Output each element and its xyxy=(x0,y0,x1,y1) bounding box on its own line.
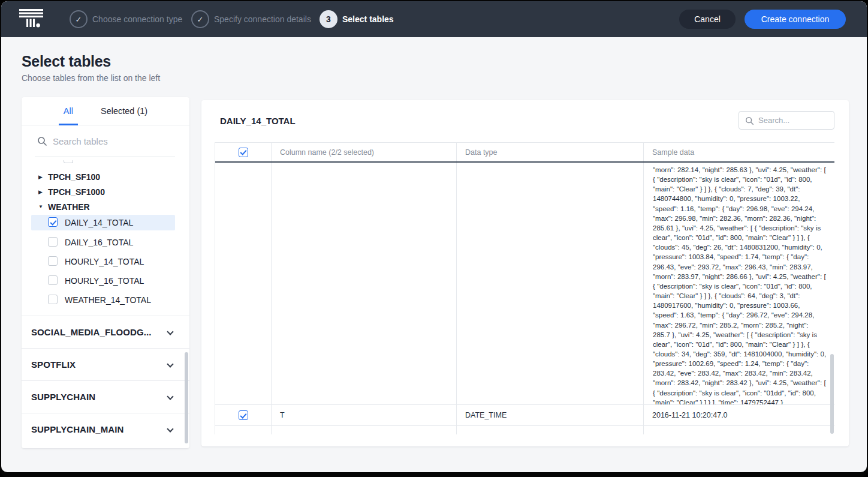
table-scrollbar-thumb[interactable] xyxy=(830,354,834,434)
wizard-header: ✓ Choose connection type ✓ Specify conne… xyxy=(1,1,867,37)
step-1-check-icon: ✓ xyxy=(70,10,88,28)
group-label: SUPPLYCHAIN_MAIN xyxy=(31,424,123,434)
page-title: Select tables xyxy=(22,53,111,70)
row-sample-cell: 2016-11-21 10:20:47.0 xyxy=(643,405,834,425)
step-2-label: Specify connection details xyxy=(214,14,311,24)
search-underline xyxy=(35,157,175,157)
select-all-checkbox[interactable] xyxy=(239,148,248,157)
tab-all[interactable]: All xyxy=(59,97,78,125)
table-item-label: DAILY_14_TOTAL xyxy=(65,218,133,227)
step-3-label: Select tables xyxy=(342,14,394,24)
table-row: "morn": 282.14, "night": 285.63 }, "uvi"… xyxy=(215,163,834,405)
column-header-type: Data type xyxy=(456,143,643,161)
sidebar-tabs: All Selected (1) xyxy=(22,97,189,125)
schema-group-supplychain-main[interactable]: SUPPLYCHAIN_MAIN xyxy=(22,413,189,445)
schema-group-spotflix[interactable]: SPOTFLIX xyxy=(22,348,189,380)
chevron-right-icon[interactable]: ▶ xyxy=(38,189,43,195)
schema-item-tpch-sf1000[interactable]: ▶ TPCH_SF1000 xyxy=(22,184,189,199)
window-frame: ✓ Choose connection type ✓ Specify conne… xyxy=(0,0,868,477)
table-header-row: Column name (2/2 selected) Data type Sam… xyxy=(215,143,834,163)
search-columns-input[interactable] xyxy=(758,114,829,127)
table-item-hourly-14-total[interactable]: HOURLY_14_TOTAL xyxy=(22,254,189,269)
row-type-cell xyxy=(456,163,643,404)
sample-json-text: "morn": 282.14, "night": 285.63 }, "uvi"… xyxy=(653,165,827,404)
cancel-button[interactable]: Cancel xyxy=(679,10,736,29)
selected-table-title: DAILY_14_TOTAL xyxy=(220,116,296,126)
chevron-down-icon xyxy=(167,361,173,367)
table-item-label: HOURLY_14_TOTAL xyxy=(65,257,144,266)
create-connection-button[interactable]: Create connection xyxy=(745,10,846,29)
table-row-partial xyxy=(215,426,834,434)
column-header-sample: Sample data xyxy=(643,143,834,161)
group-label: SUPPLYCHAIN xyxy=(31,392,95,402)
columns-search-box xyxy=(739,111,834,130)
schema-label: TPCH_SF1000 xyxy=(48,187,105,197)
table-item-weather-14-total[interactable]: WEATHER_14_TOTAL xyxy=(22,292,189,308)
checkbox-unchecked[interactable] xyxy=(48,237,58,247)
page-subtitle: Choose tables from the list on the left xyxy=(22,73,160,83)
clipped-checkbox xyxy=(64,160,73,163)
group-label: SOCIAL_MEDIA_FLOODG... xyxy=(31,327,152,337)
checkbox-unchecked[interactable] xyxy=(48,275,58,285)
schema-group-social-media[interactable]: SOCIAL_MEDIA_FLOODG... xyxy=(22,316,189,348)
table-item-label: HOURLY_16_TOTAL xyxy=(65,276,144,286)
step-2-check-icon: ✓ xyxy=(191,10,209,28)
row-sample-cell: "morn": 282.14, "night": 285.63 }, "uvi"… xyxy=(643,163,834,404)
step-1-label: Choose connection type xyxy=(92,14,182,24)
schema-group-supplychain[interactable]: SUPPLYCHAIN xyxy=(22,380,189,413)
schema-item-weather[interactable]: ▼ WEATHER xyxy=(22,199,189,214)
search-tables-input[interactable] xyxy=(53,133,167,149)
group-label: SPOTFLIX xyxy=(31,359,76,370)
table-item-label: WEATHER_14_TOTAL xyxy=(65,295,151,305)
table-preview-panel: DAILY_14_TOTAL Column name (2/2 selected… xyxy=(201,100,849,446)
schema-item-tpch-sf100[interactable]: ▶ TPCH_SF100 xyxy=(22,169,189,184)
table-item-daily-16-total[interactable]: DAILY_16_TOTAL xyxy=(22,235,189,250)
row-checkbox-checked[interactable] xyxy=(239,410,248,420)
thoughtspot-logo-icon xyxy=(19,9,43,29)
row-name-cell xyxy=(271,163,456,404)
app-window: ✓ Choose connection type ✓ Specify conne… xyxy=(1,1,867,472)
chevron-down-icon xyxy=(167,328,173,335)
table-row: T DATE_TIME 2016-11-21 10:20:47.0 xyxy=(215,405,834,426)
chevron-down-icon xyxy=(167,393,173,400)
chevron-down-icon xyxy=(167,425,173,432)
row-type-cell: DATE_TIME xyxy=(456,405,643,425)
chevron-right-icon[interactable]: ▶ xyxy=(38,174,43,180)
table-item-daily-14-total[interactable]: DAILY_14_TOTAL xyxy=(22,215,189,230)
checkbox-unchecked[interactable] xyxy=(48,295,58,304)
columns-table: Column name (2/2 selected) Data type Sam… xyxy=(215,142,834,434)
schema-label: TPCH_SF100 xyxy=(48,172,100,182)
table-item-label: DAILY_16_TOTAL xyxy=(65,238,133,247)
tables-sidebar: All Selected (1) ▶ TPCH_SF100 ▶ TPCH_SF1… xyxy=(22,97,189,448)
chevron-down-icon[interactable]: ▼ xyxy=(38,204,43,209)
checkbox-unchecked[interactable] xyxy=(48,256,58,266)
table-item-hourly-16-total[interactable]: HOURLY_16_TOTAL xyxy=(22,273,189,289)
search-icon xyxy=(37,136,47,146)
checkbox-checked[interactable] xyxy=(48,217,58,227)
step-3-number: 3 xyxy=(320,10,337,28)
tab-selected[interactable]: Selected (1) xyxy=(96,97,152,125)
schema-label: WEATHER xyxy=(48,202,90,212)
row-checkbox-cell xyxy=(215,163,271,404)
row-name-cell: T xyxy=(271,405,456,425)
column-header-name: Column name (2/2 selected) xyxy=(271,143,456,161)
sidebar-scrollbar-thumb[interactable] xyxy=(185,352,188,443)
sidebar-search xyxy=(22,125,189,157)
search-icon xyxy=(745,116,754,125)
